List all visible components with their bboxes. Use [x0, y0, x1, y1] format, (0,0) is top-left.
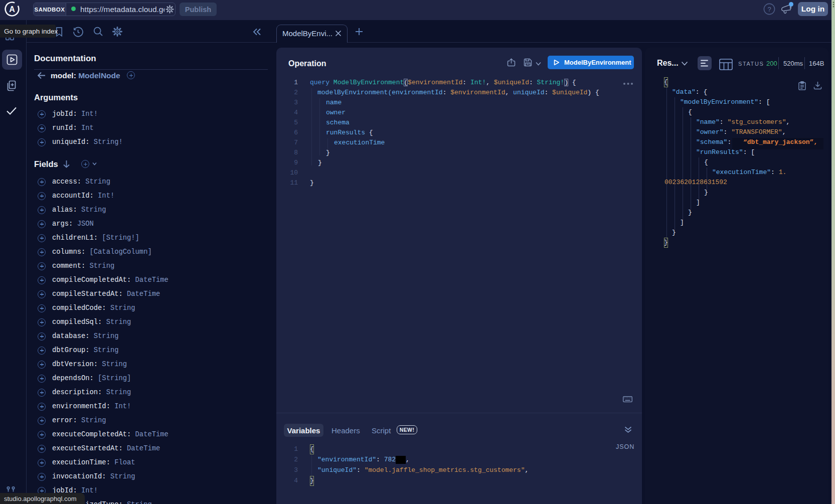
svg-text:?: ?	[767, 6, 771, 13]
svg-text:A: A	[9, 5, 15, 14]
